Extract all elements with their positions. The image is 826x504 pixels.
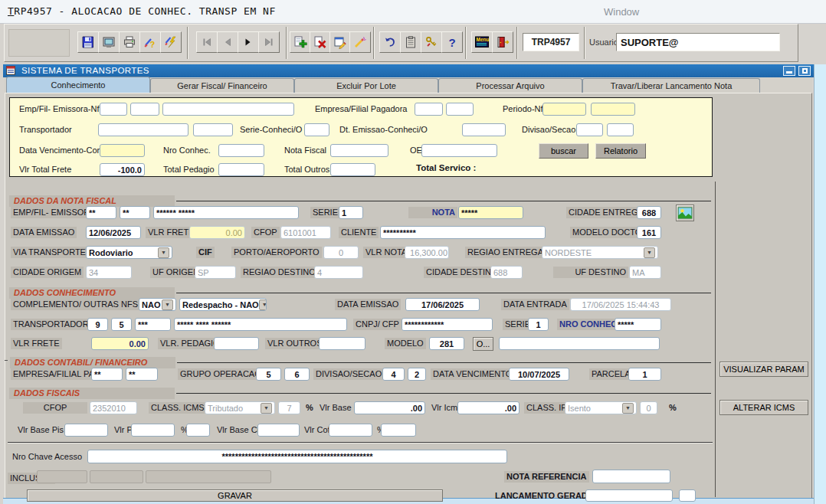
- empresa-pag-input-1[interactable]: **: [91, 368, 123, 381]
- cofins-pct-input[interactable]: [381, 424, 416, 437]
- nota-emp-input-1[interactable]: **: [86, 206, 116, 219]
- display-button[interactable]: [98, 31, 120, 53]
- print-button[interactable]: [119, 31, 140, 53]
- conhec-vlr-frete-input[interactable]: 0.00: [91, 337, 149, 350]
- gravar-button[interactable]: GRAVAR: [27, 489, 443, 502]
- modelo-docto-input[interactable]: 161: [637, 226, 661, 239]
- vlr-cofins-input[interactable]: [329, 424, 372, 437]
- enter-query-button[interactable]: [329, 31, 351, 53]
- nav-last-button[interactable]: [258, 31, 280, 53]
- clipboard-button[interactable]: [400, 31, 421, 53]
- picture-button[interactable]: [676, 205, 694, 221]
- nav-prev-button[interactable]: [217, 31, 238, 53]
- redespacho-select[interactable]: Redespacho - NAO▼: [179, 298, 267, 311]
- emp-fil-emissora-nome-input[interactable]: [162, 103, 294, 116]
- total-pedagio-input[interactable]: [218, 163, 264, 176]
- porto-aeroporto-input[interactable]: 0: [323, 246, 359, 259]
- vlr-base-input[interactable]: .00: [354, 401, 425, 414]
- tab-conhecimento[interactable]: Conhecimento: [6, 77, 150, 93]
- nota-data-emissao-input[interactable]: 12/06/2025: [86, 226, 141, 239]
- vlr-pis-input[interactable]: [131, 424, 175, 437]
- regiao-destino-input[interactable]: 4: [314, 266, 363, 279]
- nav-first-button[interactable]: [196, 31, 218, 53]
- data-vencimento-con-input[interactable]: [100, 144, 145, 157]
- cnpj-cfp-input[interactable]: ************: [402, 318, 493, 331]
- data-entrada-input[interactable]: 17/06/2025 15:44:43: [570, 298, 671, 311]
- keys-button[interactable]: [421, 31, 442, 53]
- transportador-input-1[interactable]: [98, 123, 188, 136]
- execute-query-button[interactable]: ?: [139, 31, 161, 53]
- oe-input[interactable]: [421, 144, 497, 157]
- divisao-main-input-1[interactable]: 4: [382, 368, 405, 381]
- tab-excluir-por-lote[interactable]: Excluir Por Lote: [294, 78, 438, 93]
- periodo-input-1[interactable]: [542, 103, 586, 116]
- run-query-button[interactable]: [160, 31, 182, 53]
- data-vencimento-input[interactable]: 10/07/2025: [509, 368, 569, 381]
- cliente-input[interactable]: **********: [380, 226, 546, 239]
- icms-pct-input[interactable]: 7: [278, 401, 300, 414]
- periodo-input-2[interactable]: [591, 103, 635, 116]
- save-button[interactable]: [77, 31, 99, 53]
- class-icms-select[interactable]: Tributado▼: [205, 401, 275, 414]
- uf-destino-input[interactable]: MA: [629, 266, 661, 279]
- empresa-pag-input-2[interactable]: **: [126, 368, 158, 381]
- total-outros-input[interactable]: [330, 163, 375, 176]
- emp-fil-emissora-input-1[interactable]: [100, 103, 127, 116]
- uf-origem-input[interactable]: SP: [195, 266, 236, 279]
- lancamento-gerado-input[interactable]: [585, 489, 673, 502]
- nota-emp-nome-input[interactable]: ****** *****: [153, 206, 299, 219]
- menu-button[interactable]: Menu: [471, 31, 493, 53]
- usuario-input[interactable]: SUPORTE@: [616, 33, 780, 51]
- vlr-icms-input[interactable]: .00: [457, 401, 520, 414]
- menu-window[interactable]: Window: [604, 6, 639, 18]
- maximize-button[interactable]: [798, 66, 811, 76]
- nota-emp-input-2[interactable]: **: [120, 206, 150, 219]
- modelo-input[interactable]: 281: [429, 337, 464, 350]
- pagadora-input-2[interactable]: [446, 103, 474, 116]
- divisao-input-1[interactable]: [576, 123, 603, 136]
- exit-button[interactable]: [492, 31, 513, 53]
- nota-referencia-input[interactable]: [592, 470, 670, 483]
- nota-serie-input[interactable]: 1: [339, 206, 363, 219]
- divisao-main-input-2[interactable]: 2: [408, 368, 426, 381]
- vlr-total-frete-input[interactable]: -100.0: [100, 163, 145, 176]
- conhec-serie-input[interactable]: 1: [528, 318, 549, 331]
- nro-conhec-main-input[interactable]: *****: [615, 318, 661, 331]
- transportadora-input-3[interactable]: ***: [135, 318, 171, 331]
- regiao-entrega-select[interactable]: NORDESTE▼: [542, 246, 658, 259]
- insert-record-button[interactable]: [290, 31, 311, 53]
- divisao-input-2[interactable]: [607, 123, 634, 136]
- lancamento-gerado-input-2[interactable]: [679, 489, 696, 502]
- transportadora-nome-input[interactable]: ***** **** ******: [174, 318, 347, 331]
- pagadora-input-1[interactable]: [415, 103, 443, 116]
- tab-processar-arquivo[interactable]: Processar Arquivo: [438, 78, 582, 93]
- nro-conhec-input[interactable]: [218, 144, 264, 157]
- help-button[interactable]: ?: [441, 31, 463, 53]
- transportadora-input-2[interactable]: 5: [111, 318, 132, 331]
- tab-gerar-fiscal-financeiro[interactable]: Gerar Fiscal/ Financeiro: [150, 78, 294, 93]
- cancel-query-button[interactable]: [349, 31, 371, 53]
- via-transporte-select[interactable]: Rodoviario▼: [86, 246, 172, 259]
- ipi-pct-input[interactable]: 0: [640, 401, 657, 414]
- vlr-base-cofins-input[interactable]: [257, 424, 300, 437]
- vlr-base-pis-input[interactable]: [64, 424, 108, 437]
- class-ipi-select[interactable]: Isento▼: [565, 401, 637, 414]
- obs-input[interactable]: [499, 337, 660, 350]
- vlr-outros-input[interactable]: [319, 337, 365, 350]
- conhec-data-emissao-input[interactable]: 17/06/2025: [405, 298, 480, 311]
- alterar-icms-button[interactable]: ALTERAR ICMS: [719, 400, 808, 415]
- emp-fil-emissora-input-2[interactable]: [130, 103, 159, 116]
- undo-button[interactable]: [379, 31, 401, 53]
- transportador-input-2[interactable]: [193, 123, 233, 136]
- parcela-input[interactable]: 1: [628, 368, 661, 381]
- cidade-entrega-input[interactable]: 688: [637, 206, 661, 219]
- cidade-origem-input[interactable]: 34: [86, 266, 132, 279]
- buscar-button[interactable]: buscar: [539, 143, 588, 159]
- pis-pct-input[interactable]: [186, 424, 210, 437]
- obs-button[interactable]: O...: [473, 337, 493, 351]
- complemento-select[interactable]: NAO▼: [139, 298, 176, 311]
- tab-travar-liberar[interactable]: Travar/Liberar Lancamento Nota: [582, 78, 760, 93]
- nota-cfop-input[interactable]: 6101001: [280, 226, 331, 239]
- fiscais-cfop-input[interactable]: 2352010: [90, 401, 137, 414]
- nav-next-button[interactable]: [238, 31, 259, 53]
